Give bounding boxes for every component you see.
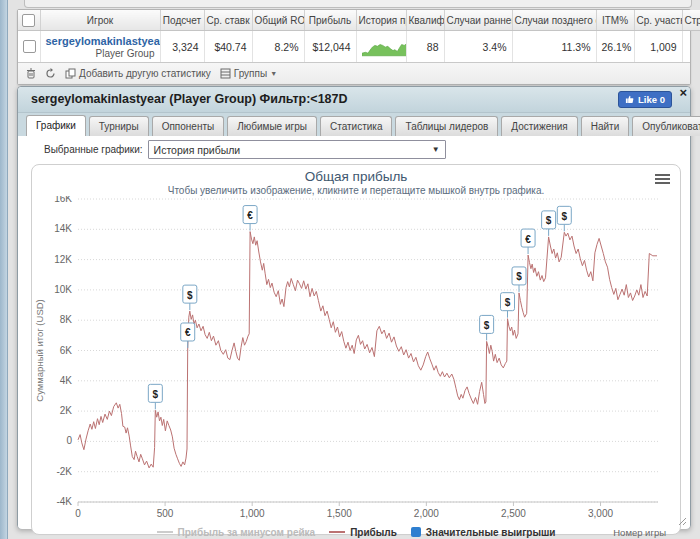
- tab-publish[interactable]: Опубликовать: [632, 116, 700, 136]
- x-tick-label: 2,500: [501, 508, 526, 519]
- legend-box-sample: [411, 527, 421, 537]
- table-header-row: Игрок Подсчет Ср. ставк Общий ROI Прибыл…: [18, 10, 700, 31]
- tab-opponents[interactable]: Оппоненты: [152, 116, 225, 136]
- win-marker-symbol: €: [525, 234, 531, 245]
- delete-button[interactable]: [26, 68, 36, 79]
- col-itm[interactable]: ITM%: [596, 10, 634, 31]
- col-avg-entrants[interactable]: Ср. участни: [634, 10, 682, 31]
- legend-profit-minus-rake[interactable]: Прибыль за минусом рейка: [157, 527, 316, 538]
- legend-significant-wins[interactable]: Значительные выигрыши: [411, 527, 556, 538]
- select-all-checkbox[interactable]: [22, 14, 35, 27]
- qualified-cell: 88: [406, 31, 444, 63]
- like-count-label: Like 0: [638, 94, 665, 105]
- tab-graphs[interactable]: Графики: [26, 115, 86, 136]
- tab-favorite-games[interactable]: Любимые игры: [227, 116, 317, 136]
- panel-body: Выбранные графики: История прибыли ▼ Общ…: [18, 136, 690, 529]
- chart-legend: Прибыль за минусом рейка Прибыль Значите…: [32, 524, 680, 539]
- x-tick-label: 3,000: [588, 508, 613, 519]
- profit-cell: $12,044: [304, 31, 356, 63]
- col-early-cases[interactable]: Случаи раннег: [444, 10, 512, 31]
- player-stats-table: Игрок Подсчет Ср. ставк Общий ROI Прибыл…: [18, 10, 700, 62]
- table-row: sergeylomakinlastyear Player Group 3,324…: [18, 31, 700, 63]
- y-tick-label: 6K: [60, 345, 73, 356]
- tab-achievements[interactable]: Достижения: [501, 116, 577, 136]
- refresh-button[interactable]: [45, 68, 56, 79]
- win-marker-symbol: €: [247, 210, 253, 221]
- player-cell: sergeylomakinlastyear Player Group: [40, 31, 160, 63]
- win-marker-symbol: €: [185, 327, 191, 338]
- panel-tabs: Графики Турниры Оппоненты Любимые игры С…: [18, 113, 690, 136]
- thumbs-up-icon: [625, 95, 634, 104]
- x-tick-label: 500: [157, 508, 174, 519]
- count-cell: 3,324: [160, 31, 204, 63]
- profit-line: [78, 232, 657, 468]
- legend-line-sample: [329, 531, 345, 533]
- groups-caret-icon: ▼: [270, 70, 277, 77]
- col-country[interactable]: Стран: [682, 10, 700, 31]
- x-axis-title: Номер игры: [613, 527, 666, 538]
- window-left-scroll-edge[interactable]: [0, 0, 8, 539]
- groups-label: Группы: [234, 68, 267, 79]
- y-tick-label: 12K: [54, 254, 72, 265]
- panel-title: sergeylomakinlastyear (Player Group) Фил…: [31, 92, 348, 106]
- tab-find[interactable]: Найти: [581, 116, 630, 136]
- col-count[interactable]: Подсчет: [160, 10, 204, 31]
- facebook-like-button[interactable]: Like 0: [618, 91, 672, 108]
- select-all-header[interactable]: [18, 10, 40, 31]
- groups-icon: [220, 68, 231, 79]
- panel-header: sergeylomakinlastyear (Player Group) Фил…: [18, 87, 690, 113]
- col-profit-history[interactable]: История приб: [356, 10, 406, 31]
- y-tick-label: -4K: [56, 496, 72, 507]
- win-marker-symbol: $: [516, 271, 522, 282]
- top-panel-remnant: [24, 0, 692, 8]
- player-group-label: Player Group: [96, 48, 155, 59]
- close-icon[interactable]: ×: [679, 86, 687, 99]
- legend-label: Прибыль: [350, 527, 397, 538]
- col-qualified[interactable]: Квалифи: [406, 10, 444, 31]
- profit-chart[interactable]: Общая прибыль Чтобы увеличить изображени…: [31, 164, 681, 535]
- col-avg-stake[interactable]: Ср. ставк: [204, 10, 252, 31]
- y-tick-label: 10K: [54, 284, 72, 295]
- col-late-cases[interactable]: Случаи позднего с: [512, 10, 596, 31]
- resize-handle[interactable]: [677, 516, 687, 526]
- player-name-link[interactable]: sergeylomakinlastyear: [46, 35, 155, 47]
- chart-menu-icon[interactable]: [655, 174, 670, 186]
- tab-leaderboards[interactable]: Таблицы лидеров: [395, 116, 498, 136]
- col-total-roi[interactable]: Общий ROI: [252, 10, 304, 31]
- row-select-cell[interactable]: [18, 31, 40, 63]
- groups-button[interactable]: Группы ▼: [220, 68, 277, 79]
- legend-line-sample: [157, 531, 173, 533]
- x-tick-label: 2,000: [414, 508, 439, 519]
- country-cell: [682, 31, 700, 63]
- x-tick-label: 1,500: [327, 508, 352, 519]
- late-cases-cell: 11.3%: [512, 31, 596, 63]
- profit-history-sparkline: [362, 38, 407, 58]
- chart-title: Общая прибыль: [32, 169, 680, 184]
- chart-subtitle: Чтобы увеличить изображение, кликните и …: [32, 185, 680, 196]
- win-marker-symbol: $: [562, 211, 568, 222]
- selected-graphs-label: Выбранные графики:: [44, 144, 143, 155]
- add-statistic-button[interactable]: Добавить другую статистику: [65, 68, 211, 79]
- graph-select-value: История прибыли: [154, 144, 241, 156]
- player-panel: sergeylomakinlastyear (Player Group) Фил…: [17, 86, 691, 529]
- table-toolbar: Добавить другую статистику Группы ▼: [18, 62, 690, 84]
- y-tick-label: 2K: [60, 405, 73, 416]
- legend-profit[interactable]: Прибыль: [329, 527, 397, 538]
- graph-select[interactable]: История прибыли ▼: [148, 140, 446, 159]
- chart-plot-area[interactable]: 16K14K12K10K8K6K4K2K0-2K-4K05001,0001,50…: [32, 196, 677, 520]
- y-tick-label: 0: [66, 435, 72, 446]
- add-statistic-label: Добавить другую статистику: [79, 68, 211, 79]
- row-checkbox[interactable]: [23, 40, 36, 53]
- col-player[interactable]: Игрок: [40, 10, 160, 31]
- early-cases-cell: 3.4%: [444, 31, 512, 63]
- tab-statistics[interactable]: Статистика: [320, 116, 393, 136]
- win-marker-symbol: $: [484, 320, 490, 331]
- profit-history-cell[interactable]: [356, 31, 406, 63]
- win-marker-symbol: $: [546, 215, 552, 226]
- tab-tournaments[interactable]: Турниры: [89, 116, 149, 136]
- refresh-icon: [45, 68, 56, 79]
- col-profit[interactable]: Прибыль: [304, 10, 356, 31]
- graph-controls: Выбранные графики: История прибыли ▼: [18, 136, 690, 161]
- win-marker-symbol: $: [153, 389, 159, 400]
- player-stats-card: Игрок Подсчет Ср. ставк Общий ROI Прибыл…: [17, 9, 691, 85]
